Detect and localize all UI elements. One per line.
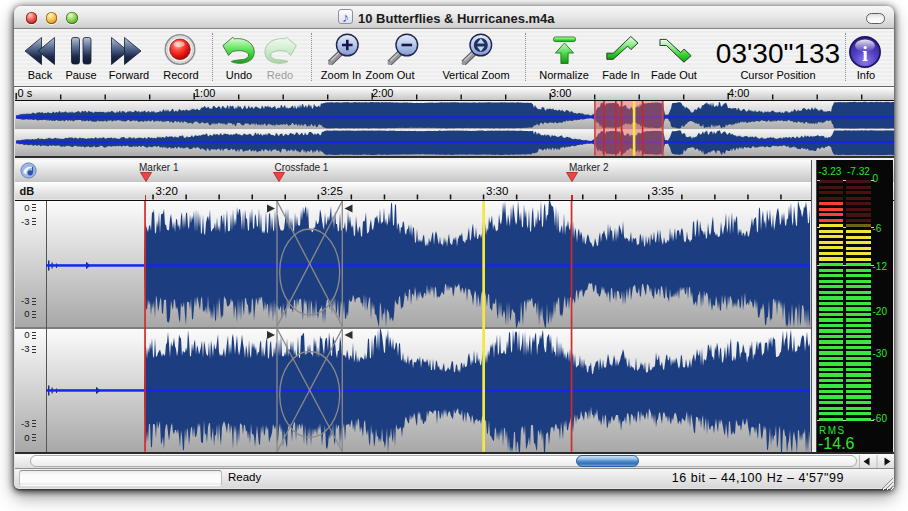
svg-text:i: i bbox=[862, 43, 868, 65]
